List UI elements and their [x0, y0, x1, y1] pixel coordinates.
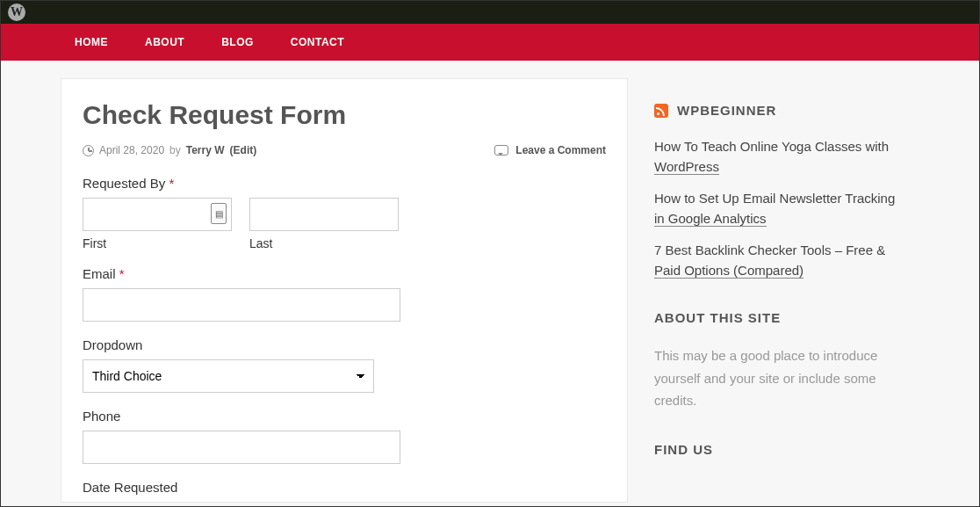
edit-link[interactable]: (Edit): [230, 144, 257, 156]
comment-icon: [494, 145, 508, 156]
by-text: by: [169, 144, 181, 156]
nav-about[interactable]: ABOUT: [145, 36, 184, 48]
leave-comment-link[interactable]: Leave a Comment: [494, 144, 606, 156]
rss-item-0[interactable]: How To Teach Online Yoga Classes with Wo…: [654, 137, 919, 177]
sublabel-first: First: [83, 236, 232, 250]
nav-home[interactable]: HOME: [75, 36, 108, 48]
widget-about: ABOUT THIS SITE This may be a good place…: [654, 310, 919, 412]
post-date: April 28, 2020: [99, 144, 164, 156]
autofill-icon[interactable]: ▤: [211, 203, 227, 224]
dropdown-select[interactable]: Third Choice: [83, 359, 374, 393]
nav-contact[interactable]: CONTACT: [291, 36, 344, 48]
label-phone: Phone: [83, 409, 606, 424]
label-requested-by: Requested By *: [83, 176, 606, 191]
widget-about-text: This may be a good place to introduce yo…: [654, 344, 919, 412]
post-meta: April 28, 2020 by Terry W (Edit): [83, 144, 256, 156]
wp-admin-bar[interactable]: W: [1, 1, 979, 24]
first-name-input[interactable]: [83, 198, 232, 231]
wordpress-logo-icon[interactable]: W: [8, 4, 25, 21]
page-title: Check Request Form: [83, 100, 606, 130]
content-box: Check Request Form April 28, 2020 by Ter…: [61, 78, 628, 503]
sublabel-last: Last: [249, 236, 399, 250]
label-email: Email *: [83, 266, 606, 281]
sidebar: WPBEGINNER How To Teach Online Yoga Clas…: [654, 78, 919, 503]
label-date-requested: Date Requested: [83, 480, 606, 495]
widget-find-title: FIND US: [654, 442, 919, 457]
phone-input[interactable]: [83, 431, 400, 464]
clock-icon: [83, 145, 94, 156]
last-name-input[interactable]: [249, 198, 399, 231]
rss-item-1[interactable]: How to Set Up Email Newsletter Tracking …: [654, 189, 919, 228]
rss-icon[interactable]: [654, 104, 668, 118]
widget-rss-title[interactable]: WPBEGINNER: [677, 103, 776, 118]
nav-blog[interactable]: BLOG: [221, 36, 254, 48]
label-dropdown: Dropdown: [83, 337, 606, 352]
comment-label: Leave a Comment: [515, 144, 606, 156]
widget-rss: WPBEGINNER How To Teach Online Yoga Clas…: [654, 103, 919, 280]
main-navigation: HOME ABOUT BLOG CONTACT: [1, 24, 979, 61]
widget-about-title: ABOUT THIS SITE: [654, 310, 919, 325]
widget-find-us: FIND US: [654, 442, 919, 457]
email-input[interactable]: [83, 288, 400, 322]
post-author[interactable]: Terry W: [186, 144, 225, 156]
rss-item-2[interactable]: 7 Best Backlink Checker Tools – Free & P…: [654, 241, 919, 280]
